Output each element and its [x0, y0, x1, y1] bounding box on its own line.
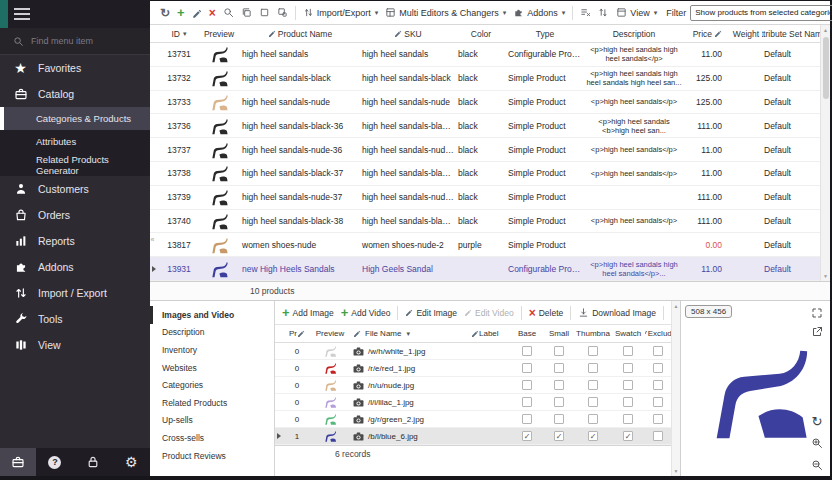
search-button[interactable] — [220, 5, 237, 20]
scroll-down-icon[interactable]: ▼ — [823, 271, 828, 281]
detail-tab[interactable]: Related Products — [150, 394, 274, 412]
swatch-checkbox[interactable] — [623, 346, 633, 356]
edit-image-button[interactable]: Edit Image — [402, 306, 460, 320]
exclude-checkbox[interactable] — [653, 414, 663, 424]
column-header-sku[interactable]: SKU — [360, 29, 456, 39]
image-row[interactable]: 1 /b/l/blue_6.jpg — [275, 428, 671, 445]
small-checkbox[interactable] — [554, 431, 564, 441]
image-row[interactable]: 0 /n/u/nude.jpg — [275, 377, 671, 394]
thumbnail-checkbox[interactable] — [588, 380, 598, 390]
image-row[interactable]: 0 /g/r/green_2.jpg — [275, 411, 671, 428]
column-header-preview[interactable]: Preview — [309, 329, 351, 338]
column-header-product-name[interactable]: Product Name — [240, 29, 360, 39]
sidebar-item-attributes[interactable]: Attributes — [0, 130, 150, 153]
exclude-checkbox[interactable] — [653, 397, 663, 407]
help-button[interactable]: ? — [48, 448, 61, 476]
table-row[interactable]: 13733 high heel sandals-nude high heel s… — [150, 91, 820, 115]
download-image-button[interactable]: Download Image — [575, 305, 659, 320]
column-header-color[interactable]: Color — [456, 29, 506, 39]
detail-tab[interactable]: Description — [150, 324, 274, 342]
sidebar-item-orders[interactable]: Orders — [0, 202, 150, 228]
column-header-base[interactable]: Base — [511, 329, 543, 338]
thumbnail-checkbox[interactable] — [588, 431, 598, 441]
base-checkbox[interactable] — [522, 414, 532, 424]
table-row[interactable]: 13739 high heel sandals-nude-37 high hee… — [150, 186, 820, 210]
detail-tab[interactable]: Categories — [150, 376, 274, 394]
sidebar-item-favorites[interactable]: ★ Favorites — [0, 55, 150, 81]
settings-button[interactable]: ⚙ — [125, 448, 138, 476]
table-row[interactable]: 13736 high heel sandals-black-36 high he… — [150, 114, 820, 138]
table-row[interactable]: 13817 women shoes-nude women shoes-nude-… — [150, 233, 820, 257]
filter-select[interactable]: Show products from selected categories ▾ — [690, 5, 832, 21]
detail-tab[interactable]: Images and Video — [150, 306, 274, 324]
detail-tab[interactable]: Inventory — [150, 341, 274, 359]
exclude-checkbox[interactable] — [653, 380, 663, 390]
table-row[interactable]: 13731 high heel sandals high heel sandal… — [150, 43, 820, 67]
table-row[interactable]: 13732 high heel sandals-black high heel … — [150, 67, 820, 91]
column-header-thumbnail[interactable]: Thumbna — [575, 329, 611, 338]
table-row[interactable]: 13931 new High Heels Sandals High Geels … — [150, 257, 820, 281]
import-export-menu[interactable]: Import/Export▾ — [300, 5, 382, 20]
swatch-checkbox[interactable] — [623, 431, 633, 441]
fullscreen-button[interactable] — [810, 306, 824, 320]
image-row[interactable]: 0 /r/e/red_1.jpg — [275, 360, 671, 377]
column-header-type[interactable]: Type — [506, 29, 584, 39]
scroll-up-icon[interactable]: ▲ — [674, 303, 679, 309]
scroll-up-icon[interactable]: ▲ — [823, 25, 828, 35]
detail-tab[interactable]: Up-sells — [150, 412, 274, 430]
column-header-preview[interactable]: Preview — [198, 29, 240, 39]
sidebar-item-related-products-generator[interactable]: Related Products Generator — [0, 153, 150, 176]
zoom-in-button[interactable] — [810, 436, 824, 450]
swatch-checkbox[interactable] — [623, 363, 633, 373]
store-button[interactable] — [0, 448, 36, 476]
view-menu[interactable]: View▾ — [613, 5, 660, 20]
vertical-scrollbar[interactable]: ▲ ▼ — [820, 25, 830, 281]
edit-product-button[interactable] — [189, 7, 205, 19]
sidebar-item-catalog[interactable]: Catalog — [0, 81, 150, 107]
add-image-button[interactable]: +Add Image — [279, 304, 337, 321]
column-header-label[interactable]: Label — [469, 329, 511, 338]
column-header-description[interactable]: Description — [584, 29, 684, 39]
sidebar-item-view[interactable]: View — [0, 332, 150, 358]
edit-video-button[interactable]: Edit Video — [461, 306, 517, 320]
scrollbar-thumb[interactable] — [823, 37, 829, 99]
add-product-button[interactable]: + — [174, 4, 188, 21]
addons-menu[interactable]: Addons▾ — [510, 5, 568, 20]
open-external-button[interactable] — [810, 325, 824, 339]
small-checkbox[interactable] — [554, 380, 564, 390]
small-checkbox[interactable] — [554, 346, 564, 356]
small-checkbox[interactable] — [554, 363, 564, 373]
hamburger-menu-icon[interactable] — [14, 8, 30, 20]
table-row[interactable]: 13737 high heel sandals-nude-36 high hee… — [150, 138, 820, 162]
column-header-attribute-set[interactable]: Attribute Set Name — [762, 29, 820, 39]
swatch-checkbox[interactable] — [623, 414, 633, 424]
duplicate-button[interactable] — [274, 5, 291, 20]
column-header-weight[interactable]: Weight — [730, 29, 762, 39]
base-checkbox[interactable] — [522, 397, 532, 407]
images-scrollbar[interactable]: ▲ ▼ — [671, 301, 680, 476]
sort-button[interactable] — [595, 5, 612, 20]
base-checkbox[interactable] — [522, 363, 532, 373]
base-checkbox[interactable] — [522, 380, 532, 390]
column-header-position[interactable]: Pr — [285, 329, 309, 338]
column-header-id[interactable]: ID▾ — [160, 29, 198, 39]
lock-button[interactable] — [86, 448, 100, 476]
sidebar-item-customers[interactable]: Customers — [0, 176, 150, 202]
exclude-checkbox[interactable] — [653, 431, 663, 441]
image-row[interactable]: 0 /w/h/white_1.jpg — [275, 343, 671, 360]
menu-search-input[interactable] — [31, 36, 131, 46]
thumbnail-checkbox[interactable] — [588, 346, 598, 356]
zoom-out-button[interactable] — [810, 458, 824, 472]
delete-product-button[interactable]: × — [206, 5, 219, 21]
small-checkbox[interactable] — [554, 414, 564, 424]
small-checkbox[interactable] — [554, 397, 564, 407]
refresh-button[interactable]: ↻ — [157, 5, 173, 21]
column-header-small[interactable]: Small — [543, 329, 575, 338]
select-button[interactable] — [256, 5, 273, 20]
delete-image-button[interactable]: ×Delete — [526, 305, 567, 321]
scroll-down-icon[interactable]: ▼ — [674, 468, 679, 474]
detail-tab[interactable]: Websites — [150, 359, 274, 377]
refresh-preview-button[interactable]: ↻ — [810, 414, 824, 428]
image-row[interactable]: 0 /l/i/lilac_1.jpg — [275, 394, 671, 411]
table-row[interactable]: 13740 high heel sandals-black-38 high he… — [150, 210, 820, 234]
